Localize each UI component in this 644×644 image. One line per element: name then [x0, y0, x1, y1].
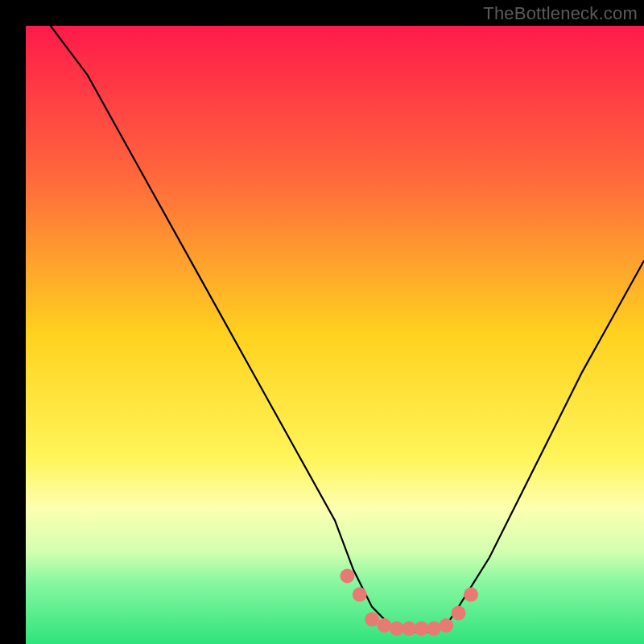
- highlight-dot: [427, 621, 441, 636]
- highlight-dot: [464, 588, 478, 602]
- highlight-dot: [365, 612, 379, 626]
- highlight-dot: [377, 618, 391, 633]
- highlight-dot: [452, 606, 466, 621]
- chart-svg: [0, 0, 644, 644]
- highlight-dot: [415, 621, 429, 636]
- highlight-dot: [390, 621, 404, 636]
- highlight-dot: [353, 588, 367, 602]
- watermark-text: TheBottleneck.com: [483, 3, 638, 24]
- highlight-dot: [340, 569, 354, 584]
- bottleneck-chart: TheBottleneck.com: [0, 0, 644, 644]
- plot-background: [26, 26, 644, 644]
- highlight-dot: [439, 618, 453, 633]
